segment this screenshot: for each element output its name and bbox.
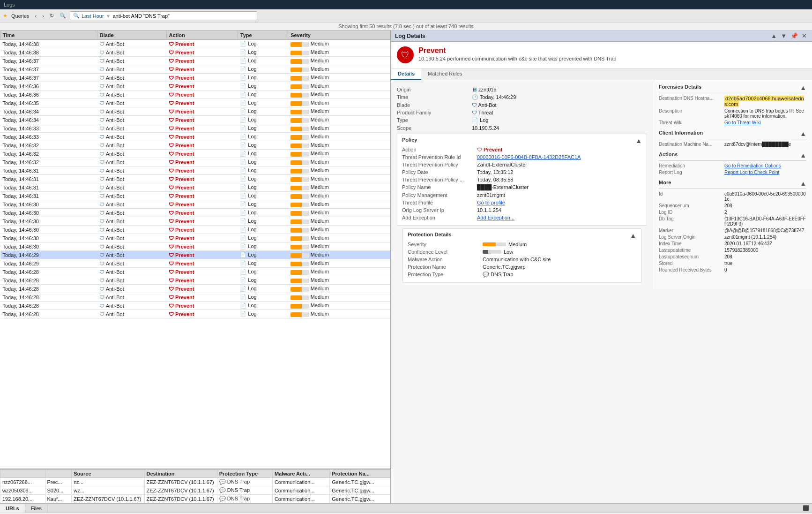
- table-row[interactable]: Today, 14:46:28🛡 Anti-Bot🛡 Prevent📄 Log …: [0, 310, 390, 318]
- resize-handle[interactable]: ⬛: [800, 504, 812, 513]
- table-row[interactable]: Today, 14:46:30🛡 Anti-Bot🛡 Prevent📄 Log …: [0, 209, 390, 217]
- tab-details[interactable]: Details: [391, 68, 421, 80]
- clock-icon: 🕐: [472, 94, 478, 100]
- remediation-link[interactable]: Go to Remediation Options: [724, 163, 806, 168]
- panel-up-button[interactable]: ▲: [769, 32, 778, 39]
- table-row[interactable]: Today, 14:46:38🛡 Anti-Bot🛡 Prevent📄 Log …: [0, 40, 390, 48]
- cell-action: 🛡 Prevent: [166, 166, 238, 175]
- cell-type: 📄 Log: [238, 226, 288, 234]
- table-row[interactable]: Today, 14:46:31🛡 Anti-Bot🛡 Prevent📄 Log …: [0, 166, 390, 175]
- cell-time: Today, 14:46:28: [0, 285, 97, 293]
- more-lastupdateseqnum-label: Lastupdateseqnum: [659, 254, 724, 259]
- table-row[interactable]: Today, 14:46:30🛡 Anti-Bot🛡 Prevent📄 Log …: [0, 242, 390, 251]
- panel-down-button[interactable]: ▼: [779, 32, 788, 39]
- list-item[interactable]: 192.168.20...Kauf...ZEZ-ZZNT67DCV (10.1.…: [0, 495, 390, 503]
- table-row[interactable]: Today, 14:46:32🛡 Anti-Bot🛡 Prevent📄 Log …: [0, 150, 390, 158]
- col-severity[interactable]: Severity: [288, 31, 390, 40]
- cell-blade: 🛡 Anti-Bot: [97, 192, 166, 200]
- cell-blade: 🛡 Anti-Bot: [97, 74, 166, 82]
- table-row[interactable]: Today, 14:46:37🛡 Anti-Bot🛡 Prevent📄 Log …: [0, 57, 390, 65]
- time-range-selector[interactable]: Last Hour: [82, 13, 104, 19]
- table-row[interactable]: Today, 14:46:37🛡 Anti-Bot🛡 Prevent📄 Log …: [0, 74, 390, 82]
- table-row[interactable]: Today, 14:46:36🛡 Anti-Bot🛡 Prevent📄 Log …: [0, 91, 390, 99]
- table-row[interactable]: Today, 14:46:29🛡 Anti-Bot🛡 Prevent📄 Log …: [0, 251, 390, 259]
- cell-time: Today, 14:46:28: [0, 268, 97, 276]
- col-action[interactable]: Action: [166, 31, 238, 40]
- more-rounded-bytes-value: 0: [724, 267, 806, 272]
- table-row[interactable]: Today, 14:46:33🛡 Anti-Bot🛡 Prevent📄 Log …: [0, 124, 390, 133]
- table-row[interactable]: Today, 14:46:31🛡 Anti-Bot🛡 Prevent📄 Log …: [0, 192, 390, 200]
- search-options-button[interactable]: 🔍: [58, 12, 68, 20]
- table-row[interactable]: Today, 14:46:28🛡 Anti-Bot🛡 Prevent📄 Log …: [0, 276, 390, 285]
- policy-action-row: Action 🛡 Prevent: [402, 147, 642, 152]
- report-log-link[interactable]: Report Log to Check Point: [724, 170, 806, 175]
- search-icon: 🔍: [73, 13, 80, 19]
- cell-blade: 🛡 Anti-Bot: [97, 48, 166, 57]
- cell-blade: 🛡 Anti-Bot: [97, 133, 166, 141]
- cell-severity: Medium: [288, 40, 390, 48]
- table-row[interactable]: Today, 14:46:34🛡 Anti-Bot🛡 Prevent📄 Log …: [0, 116, 390, 124]
- add-exception-link[interactable]: Add Exception...: [477, 215, 642, 220]
- table-row[interactable]: Today, 14:46:35🛡 Anti-Bot🛡 Prevent📄 Log …: [0, 99, 390, 107]
- table-row[interactable]: Today, 14:46:28🛡 Anti-Bot🛡 Prevent📄 Log …: [0, 293, 390, 302]
- protection-collapse-icon[interactable]: ▲: [630, 232, 636, 239]
- cell-time: Today, 14:46:28: [0, 293, 97, 302]
- table-row[interactable]: Today, 14:46:30🛡 Anti-Bot🛡 Prevent📄 Log …: [0, 234, 390, 242]
- forensics-wiki-label: Threat Wiki: [659, 120, 724, 125]
- table-row[interactable]: Today, 14:46:30🛡 Anti-Bot🛡 Prevent📄 Log …: [0, 217, 390, 226]
- col-time[interactable]: Time: [0, 31, 97, 40]
- detail-scope-label: Scope: [397, 125, 472, 131]
- cell-blade: 🛡 Anti-Bot: [97, 124, 166, 133]
- prevent-action-icon: 🛡: [477, 147, 482, 152]
- table-row[interactable]: Today, 14:46:28🛡 Anti-Bot🛡 Prevent📄 Log …: [0, 302, 390, 310]
- list-item[interactable]: nzz067268...Prec...nz...ZEZ-ZZNT67DCV (1…: [0, 478, 390, 486]
- table-row[interactable]: Today, 14:46:28🛡 Anti-Bot🛡 Prevent📄 Log …: [0, 285, 390, 293]
- cell-action: 🛡 Prevent: [166, 217, 238, 226]
- more-collapse-icon[interactable]: ▲: [800, 180, 806, 187]
- panel-close-button[interactable]: ✕: [800, 32, 808, 39]
- table-row[interactable]: Today, 14:46:31🛡 Anti-Bot🛡 Prevent📄 Log …: [0, 175, 390, 183]
- table-row[interactable]: Today, 14:46:37🛡 Anti-Bot🛡 Prevent📄 Log …: [0, 65, 390, 74]
- cell-type: 📄 Log: [238, 310, 288, 318]
- policy-collapse-icon[interactable]: ▲: [635, 137, 642, 144]
- more-marker-value: @A@@B@1579181868@C@738747: [724, 228, 806, 233]
- client-info-section: Client Information ▲ Destination Machine…: [659, 130, 806, 147]
- forensics-collapse-icon[interactable]: ▲: [800, 84, 806, 91]
- threat-profile-link[interactable]: Go to profile: [477, 200, 642, 205]
- search-input[interactable]: [112, 13, 253, 19]
- back-button[interactable]: ‹: [33, 12, 39, 20]
- table-row[interactable]: Today, 14:46:38🛡 Anti-Bot🛡 Prevent📄 Log …: [0, 48, 390, 57]
- more-lastupdatetime-value: 1579182389000: [724, 248, 806, 253]
- list-item[interactable]: wzz050309...S020...wz...ZEZ-ZZNT67DCV (1…: [0, 486, 390, 495]
- col-type[interactable]: Type: [238, 31, 288, 40]
- more-logserver-label: Log Server Origin: [659, 234, 724, 240]
- tab-matched-rules[interactable]: Matched Rules: [421, 68, 469, 80]
- table-row[interactable]: Today, 14:46:32🛡 Anti-Bot🛡 Prevent📄 Log …: [0, 141, 390, 150]
- table-row[interactable]: Today, 14:46:33🛡 Anti-Bot🛡 Prevent📄 Log …: [0, 133, 390, 141]
- table-row[interactable]: Today, 14:46:31🛡 Anti-Bot🛡 Prevent📄 Log …: [0, 183, 390, 192]
- table-row[interactable]: Today, 14:46:30🛡 Anti-Bot🛡 Prevent📄 Log …: [0, 200, 390, 209]
- queries-button[interactable]: Queries: [9, 12, 31, 20]
- more-id-value: c0a8010a-0600-00c0-5e20-6935000001c: [724, 191, 806, 202]
- bottom-tab-files[interactable]: Files: [25, 504, 48, 513]
- main-area: Time Blade Action Type Severity Today, 1…: [0, 30, 812, 503]
- cell-action: 🛡 Prevent: [166, 40, 238, 48]
- table-row[interactable]: Today, 14:46:34🛡 Anti-Bot🛡 Prevent📄 Log …: [0, 107, 390, 116]
- table-row[interactable]: Today, 14:46:28🛡 Anti-Bot🛡 Prevent📄 Log …: [0, 268, 390, 276]
- col-blade[interactable]: Blade: [97, 31, 166, 40]
- policy-name-label: Policy Name: [402, 184, 477, 190]
- bottom-tab-urls[interactable]: URLs: [0, 504, 25, 513]
- actions-collapse-icon[interactable]: ▲: [800, 151, 806, 159]
- cell-blade: 🛡 Anti-Bot: [97, 310, 166, 318]
- table-row[interactable]: Today, 14:46:36🛡 Anti-Bot🛡 Prevent📄 Log …: [0, 82, 390, 91]
- cell-severity: Medium: [288, 200, 390, 209]
- panel-pin-button[interactable]: 📌: [789, 32, 799, 39]
- table-row[interactable]: Today, 14:46:30🛡 Anti-Bot🛡 Prevent📄 Log …: [0, 226, 390, 234]
- threat-wiki-link[interactable]: Go to Threat Wiki: [724, 120, 806, 125]
- table-row[interactable]: Today, 14:46:29🛡 Anti-Bot🛡 Prevent📄 Log …: [0, 259, 390, 268]
- refresh-button[interactable]: ↻: [48, 12, 56, 20]
- cell-time: Today, 14:46:34: [0, 116, 97, 124]
- forward-button[interactable]: ›: [40, 12, 46, 20]
- table-row[interactable]: Today, 14:46:32🛡 Anti-Bot🛡 Prevent📄 Log …: [0, 158, 390, 166]
- client-collapse-icon[interactable]: ▲: [800, 130, 806, 137]
